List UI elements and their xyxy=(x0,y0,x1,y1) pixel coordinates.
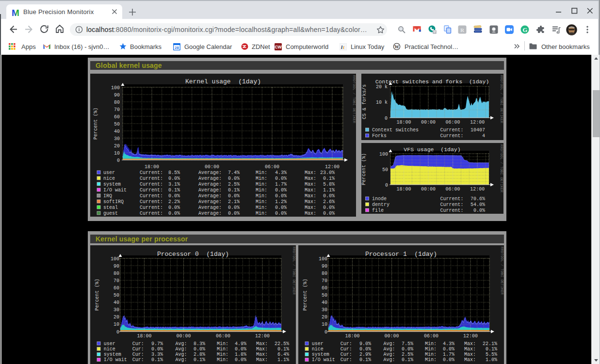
svg-text:Current:: Current: xyxy=(140,182,163,187)
svg-text:user: user xyxy=(103,170,115,175)
svg-text:70: 70 xyxy=(322,278,327,284)
svg-text:Cur:: Cur: xyxy=(341,341,352,347)
svg-text:0.1%: 0.1% xyxy=(277,347,289,352)
svg-text:18:00: 18:00 xyxy=(145,164,159,170)
svg-text:0.0%: 0.0% xyxy=(275,188,287,193)
svg-text:Cur:: Cur: xyxy=(341,352,352,357)
svg-text:Current:: Current: xyxy=(440,127,464,133)
svg-text:2.8%: 2.8% xyxy=(194,352,205,357)
svg-text:0.0%: 0.0% xyxy=(359,347,371,352)
svg-text:2.6%: 2.6% xyxy=(323,199,335,205)
svg-text:18:00: 18:00 xyxy=(345,333,359,339)
svg-text:nice: nice xyxy=(104,347,115,352)
svg-text:Avg:: Avg: xyxy=(383,352,395,357)
svg-text:0.0%: 0.0% xyxy=(151,347,163,352)
svg-text:Min:: Min: xyxy=(256,188,267,193)
svg-text:I/O wait: I/O wait xyxy=(104,357,127,363)
svg-text:2.9%: 2.9% xyxy=(359,352,371,357)
svg-text:0.1%: 0.1% xyxy=(151,357,163,363)
svg-text:Current:: Current: xyxy=(140,176,163,181)
svg-text:40: 40 xyxy=(114,300,119,305)
svg-text:Min:: Min: xyxy=(217,347,228,352)
svg-text:Context switches and forks (1: Context switches and forks (1day) xyxy=(375,79,489,85)
svg-text:70.6%: 70.6% xyxy=(470,196,485,202)
svg-text:Min:: Min: xyxy=(425,352,437,357)
svg-text:00:00: 00:00 xyxy=(205,164,219,170)
svg-text:RRDTOOL / TOBI OETIKER: RRDTOOL / TOBI OETIKER xyxy=(500,144,503,193)
svg-text:Average:: Average: xyxy=(198,182,222,187)
svg-text:18:00: 18:00 xyxy=(396,187,411,192)
svg-text:0.0%: 0.0% xyxy=(228,193,240,199)
svg-text:Average:: Average: xyxy=(198,193,222,199)
svg-text:10 k: 10 k xyxy=(376,100,388,105)
svg-text:Current:: Current: xyxy=(140,205,163,210)
svg-text:Avg:: Avg: xyxy=(175,341,187,347)
svg-text:0.0%: 0.0% xyxy=(228,211,240,216)
svg-text:1.1%: 1.1% xyxy=(277,357,289,363)
svg-text:Current:: Current: xyxy=(140,211,163,216)
svg-text:Min:: Min: xyxy=(425,341,437,347)
svg-text:Max:: Max: xyxy=(305,182,316,187)
svg-text:4.3%: 4.3% xyxy=(275,170,287,175)
svg-text:Current:: Current: xyxy=(440,202,464,207)
svg-text:Average:: Average: xyxy=(198,188,222,193)
svg-text:00:00: 00:00 xyxy=(177,333,191,339)
svg-text:0.0%: 0.0% xyxy=(323,193,335,199)
svg-text:Avg:: Avg: xyxy=(175,352,187,357)
svg-text:18:00: 18:00 xyxy=(396,120,411,125)
svg-text:50: 50 xyxy=(322,293,327,298)
svg-text:Max:: Max: xyxy=(464,352,476,357)
svg-text:file: file xyxy=(372,208,384,213)
svg-text:0.0%: 0.0% xyxy=(443,357,454,363)
svg-text:0.1%: 0.1% xyxy=(168,188,180,193)
svg-text:Percent (%): Percent (%) xyxy=(95,279,100,311)
svg-text:60: 60 xyxy=(114,285,119,291)
svg-text:10: 10 xyxy=(322,322,327,327)
svg-text:1.8%: 1.8% xyxy=(235,352,246,357)
svg-text:Percent (%): Percent (%) xyxy=(303,279,308,311)
svg-text:0: 0 xyxy=(324,330,327,335)
svg-text:12:00: 12:00 xyxy=(463,333,478,339)
svg-text:Max:: Max: xyxy=(305,205,316,210)
svg-text:Min:: Min: xyxy=(256,193,267,199)
svg-text:nice: nice xyxy=(103,176,115,181)
svg-text:10: 10 xyxy=(114,151,120,156)
svg-text:06:00: 06:00 xyxy=(216,333,230,339)
svg-text:steal: steal xyxy=(103,205,118,210)
svg-text:60: 60 xyxy=(114,114,120,120)
svg-text:Context switches: Context switches xyxy=(372,127,419,133)
svg-text:30: 30 xyxy=(114,307,119,313)
svg-text:1.2%: 1.2% xyxy=(275,199,287,205)
svg-text:30: 30 xyxy=(322,307,327,313)
svg-text:80: 80 xyxy=(114,100,120,105)
svg-text:00:00: 00:00 xyxy=(421,187,436,192)
svg-text:0.0%: 0.0% xyxy=(168,211,180,216)
svg-text:Max:: Max: xyxy=(464,347,476,352)
svg-text:1.7%: 1.7% xyxy=(275,182,287,187)
svg-text:0: 0 xyxy=(116,330,119,335)
svg-text:20 k: 20 k xyxy=(376,84,388,90)
svg-text:90: 90 xyxy=(114,93,120,98)
svg-text:CW: CW xyxy=(275,45,282,49)
svg-text:80: 80 xyxy=(322,271,327,276)
svg-text:06:00: 06:00 xyxy=(446,187,460,192)
svg-text:06:00: 06:00 xyxy=(265,164,279,170)
svg-text:50: 50 xyxy=(114,293,119,298)
svg-text:0.0%: 0.0% xyxy=(168,205,180,210)
svg-text:100: 100 xyxy=(111,256,119,262)
svg-text:20: 20 xyxy=(114,143,120,149)
svg-text:2.5%: 2.5% xyxy=(228,182,240,187)
svg-text:Current:: Current: xyxy=(440,133,464,139)
svg-text:0.0%: 0.0% xyxy=(228,176,240,181)
svg-text:70: 70 xyxy=(114,278,119,284)
svg-text:0.0%: 0.0% xyxy=(275,211,287,216)
svg-text:23.0%: 23.0% xyxy=(320,170,335,175)
svg-text:10407: 10407 xyxy=(470,127,485,133)
svg-text:IRQ: IRQ xyxy=(103,193,112,199)
svg-text:R: R xyxy=(460,27,465,33)
svg-text:3.3%: 3.3% xyxy=(151,352,163,357)
svg-text:90: 90 xyxy=(322,264,327,269)
svg-text:CS & forks/s: CS & forks/s xyxy=(362,84,367,119)
svg-text:Average:: Average: xyxy=(198,211,222,216)
svg-text:guest: guest xyxy=(103,211,118,216)
